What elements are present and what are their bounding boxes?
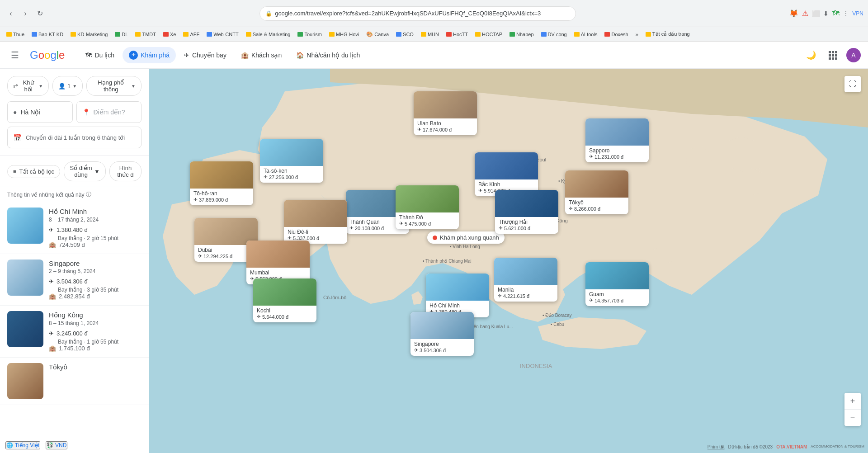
bookmark-aitools[interactable]: AI tools bbox=[571, 31, 600, 38]
bookmark-all[interactable]: Tất cả dấu trang bbox=[643, 30, 693, 38]
destination-name: Tôkyô bbox=[49, 363, 142, 371]
map-icon: 🗺 bbox=[85, 52, 92, 59]
map-card-tehran[interactable]: Tô-hô-ran ✈ 37.869.000 đ bbox=[190, 161, 253, 205]
type-filter-button[interactable]: Hình thức d bbox=[109, 161, 142, 181]
language-button[interactable]: 🌐 Tiếng Việt bbox=[5, 441, 40, 449]
map-card-mumbai[interactable]: Mumbai ✈ 5.552.000 đ bbox=[246, 241, 310, 284]
class-button[interactable]: Hạng phổ thông ▼ bbox=[86, 76, 142, 96]
download-icon[interactable]: ⬇ bbox=[823, 10, 829, 17]
currency-label: VND bbox=[55, 442, 66, 448]
flight-icon: ✈ bbox=[193, 197, 198, 203]
bookmark-mun[interactable]: MUN bbox=[418, 31, 442, 38]
bookmark-thue[interactable]: Thue bbox=[4, 31, 27, 38]
destination-list: Hồ Chí Minh 8 – 17 tháng 2, 2024 ✈ 1.380… bbox=[0, 202, 149, 437]
bookmark-nhabep[interactable]: Nhabep bbox=[507, 31, 537, 38]
maps-icon[interactable]: 🗺 bbox=[832, 9, 840, 18]
list-item[interactable]: Hồng Kông 8 – 15 tháng 1, 2024 ✈ 3.245.0… bbox=[0, 306, 149, 358]
bookmark-dl[interactable]: DL bbox=[112, 31, 131, 38]
map-card-price: ✈ 27.256.000 đ bbox=[264, 174, 320, 180]
destination-hotel-price: 🏨 2.482.854 đ bbox=[49, 293, 142, 300]
bookmark-salemarketing[interactable]: Sale & Marketing bbox=[243, 31, 293, 38]
explore-around-pin[interactable]: Khám phá xung quanh bbox=[427, 231, 505, 244]
screen-icon[interactable]: ⬜ bbox=[812, 10, 820, 17]
bookmark-xe[interactable]: Xe bbox=[160, 31, 179, 38]
stops-filter-button[interactable]: Số điểm dừng ▼ bbox=[64, 161, 106, 181]
tab-kham-pha[interactable]: ✈ Khám phá bbox=[123, 47, 176, 63]
info-icon[interactable]: ⓘ bbox=[86, 191, 91, 198]
map-card-kochi[interactable]: Kochi ✈ 5.644.000 đ bbox=[253, 278, 316, 322]
apps-button[interactable] bbox=[825, 47, 841, 63]
hamburger-menu[interactable]: ☰ bbox=[7, 46, 23, 64]
bookmark-sco[interactable]: SCO bbox=[393, 31, 416, 38]
bookmark-webcntt[interactable]: Web-CNTT bbox=[204, 31, 241, 38]
bookmark-tmdt[interactable]: TMDT bbox=[132, 31, 159, 38]
dark-mode-button[interactable]: 🌙 bbox=[803, 47, 819, 63]
map-card-guam[interactable]: Guam ✈ 14.357.703 đ bbox=[585, 262, 649, 306]
map-card-chengdu[interactable]: Thành Đô ✈ 5.475.000 đ bbox=[396, 185, 459, 229]
passengers-button[interactable]: 👤 1 ▼ bbox=[52, 76, 83, 96]
list-item[interactable]: Singapore 2 – 9 tháng 5, 2024 ✈ 3.504.30… bbox=[0, 254, 149, 306]
bookmark-baoktkd[interactable]: Bao KT-KD bbox=[29, 31, 66, 38]
tab-nha-can-ho[interactable]: 🏠 Nhà/căn hộ du lịch bbox=[290, 47, 366, 63]
map-card-delhi[interactable]: Niu Đê-li ✈ 5.337.000 đ bbox=[284, 200, 347, 244]
map-area[interactable]: Seoul Jaipur Varanasi Guwahati Kolkata C… bbox=[149, 69, 868, 453]
bookmark-doxesh[interactable]: Doxesh bbox=[602, 31, 631, 38]
bookmark-label: Sale & Marketing bbox=[253, 32, 291, 37]
tab-khach-san[interactable]: 🏨 Khách sạn bbox=[235, 47, 288, 63]
language-bar: 🌐 Tiếng Việt 💱 VND bbox=[0, 437, 149, 453]
trip-type-button[interactable]: ⇄ Khứ hồi ▼ bbox=[7, 76, 49, 96]
map-card-sapporo[interactable]: Sapporo ✈ 11.231.000 đ bbox=[585, 118, 649, 162]
more-icon[interactable]: ⋮ bbox=[843, 10, 849, 17]
list-item[interactable]: Tôkyô bbox=[0, 358, 149, 405]
map-card-image bbox=[565, 170, 628, 198]
flight-icon: ✈ bbox=[589, 154, 593, 160]
tab-du-lich[interactable]: 🗺 Du lịch bbox=[79, 47, 121, 63]
trip-type-arrow: ▼ bbox=[38, 84, 43, 89]
bookmark-mhghovi[interactable]: MHG-Hovi bbox=[326, 31, 362, 38]
zoom-out-button[interactable]: − bbox=[844, 410, 861, 426]
bookmark-hoctap[interactable]: HOCTAP bbox=[472, 31, 505, 38]
bookmark-dvcong[interactable]: DV cong bbox=[538, 31, 570, 38]
map-card-ulan-bato[interactable]: Ulan Bato ✈ 17.674.000 đ bbox=[414, 91, 477, 135]
map-card-tashkent[interactable]: Ta-sô-ken ✈ 27.256.000 đ bbox=[260, 139, 323, 183]
user-avatar[interactable]: A bbox=[846, 48, 861, 62]
destination-name: Hồ Chí Minh bbox=[49, 208, 142, 216]
flight-icon: ✈ bbox=[257, 314, 261, 320]
map-card-image bbox=[585, 118, 649, 146]
bookmark-aff[interactable]: AFF bbox=[180, 31, 202, 38]
back-button[interactable]: ‹ bbox=[5, 7, 17, 20]
expand-map-button[interactable]: ⛶ bbox=[844, 76, 861, 92]
destination-dates: 2 – 9 tháng 5, 2024 bbox=[49, 268, 142, 274]
tab-chuyen-bay[interactable]: ✈ Chuyến bay bbox=[178, 47, 233, 63]
map-card-hcm[interactable]: Hồ Chí Minh ✈ 1.380.480 đ bbox=[426, 274, 489, 317]
shield-icon[interactable]: ⚠ bbox=[802, 9, 808, 18]
svg-rect-0 bbox=[829, 51, 831, 53]
refresh-button[interactable]: ↻ bbox=[33, 7, 46, 20]
bookmark-label: Nhabep bbox=[516, 32, 534, 37]
map-card-singapore[interactable]: Singapore ✈ 3.504.306 đ bbox=[410, 312, 474, 356]
all-filters-button[interactable]: ≡ Tất cả bộ lọc bbox=[7, 165, 60, 178]
address-bar[interactable]: 🔒 google.com/travel/explore?tcfs&ved=2ah… bbox=[259, 6, 576, 21]
map-card-shanghai[interactable]: Thượng Hải ✈ 5.621.000 đ bbox=[495, 190, 558, 234]
passenger-icon: 👤 bbox=[58, 83, 66, 90]
destination-input[interactable]: 📍 Điểm đến? bbox=[76, 101, 142, 123]
map-card-manila[interactable]: Manila ✈ 4.221.615 đ bbox=[494, 258, 557, 302]
bookmark-tourism[interactable]: Tourism bbox=[295, 31, 325, 38]
vpn-label[interactable]: VPN bbox=[852, 10, 863, 17]
currency-button[interactable]: 💱 VND bbox=[46, 441, 67, 449]
plane-icon: ✈ bbox=[49, 226, 54, 233]
keyboard-shortcuts[interactable]: Phím tắt bbox=[708, 444, 725, 449]
bookmark-hoctt[interactable]: HocTT bbox=[443, 31, 471, 38]
list-item[interactable]: Hồ Chí Minh 8 – 17 tháng 2, 2024 ✈ 1.380… bbox=[0, 202, 149, 254]
bookmark-canva[interactable]: 🎨 Canva bbox=[363, 30, 392, 38]
bookmark-kdmarketing[interactable]: KD-Marketing bbox=[68, 31, 110, 38]
forward-button[interactable]: › bbox=[19, 7, 32, 20]
bookmark-more[interactable]: » bbox=[633, 31, 641, 38]
map-card-tokyo[interactable]: Tôkyô ✈ 8.266.000 đ bbox=[565, 170, 628, 214]
map-card-price: ✈ 5.644.000 đ bbox=[257, 314, 313, 320]
zoom-in-button[interactable]: + bbox=[844, 393, 861, 409]
destination-image bbox=[7, 311, 43, 347]
date-input[interactable]: 📅 Chuyến đi dài 1 tuần trong 6 tháng tới bbox=[7, 127, 142, 148]
origin-input[interactable]: ● Hà Nội bbox=[7, 101, 73, 123]
extension-icon[interactable]: 🦊 bbox=[789, 9, 798, 18]
